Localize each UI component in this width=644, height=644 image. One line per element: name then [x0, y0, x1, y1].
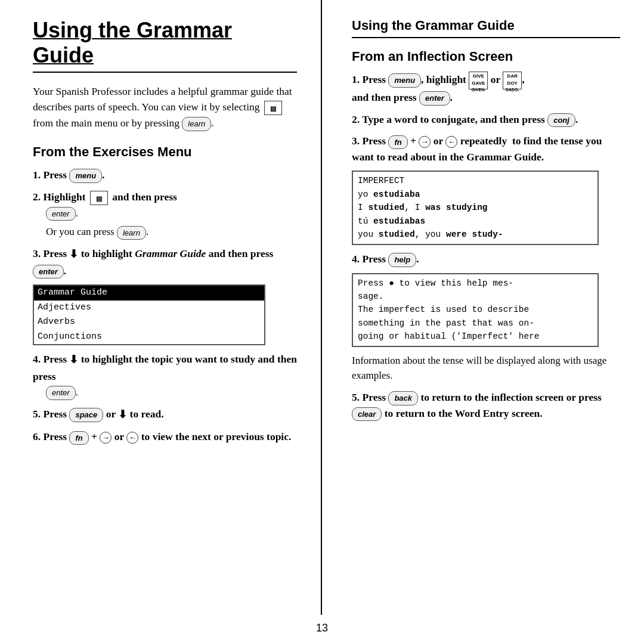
section2-title: From an Inflection Screen [352, 49, 620, 64]
step1: 1. Press menu. [33, 167, 297, 183]
enter-key-2: enter [46, 207, 76, 221]
help-line-2: sage. [358, 290, 593, 303]
step5: 5. Press space or ⬇ to read. [33, 406, 297, 423]
enter-key-r1: enter [419, 91, 450, 106]
step1-right: 1. Press menu, highlight GIVEGAVEGIVEN. … [352, 72, 620, 106]
menu-adverbs: Adverbs [34, 315, 264, 330]
enter-key-4: enter [46, 386, 76, 400]
main-title: Using the Grammar Guide [33, 18, 297, 68]
step3: 3. Press ⬇ to highlight Grammar Guide an… [33, 246, 297, 278]
step4: 4. Press ⬇ to highlight the topic you wa… [33, 351, 297, 400]
screen-line-2: yo estudiaba [358, 188, 593, 201]
right-arrow-icon-6: → [100, 432, 112, 444]
right-arrow-icon-r3: → [419, 136, 431, 148]
menu-grammar-guide: Grammar Guide [34, 286, 264, 301]
menu-adjectives: Adjectives [34, 301, 264, 315]
step5-right: 5. Press back to return to the inflectio… [352, 389, 620, 421]
menu-key-r1: menu [388, 73, 421, 88]
step6: 6. Press fn + → or ← to view the next or… [33, 429, 297, 445]
step3-menu: Grammar Guide Adjectives Adverbs Conjunc… [33, 284, 297, 345]
day-icon: DARDOYDADO. [503, 72, 522, 89]
help-screen: Press ● to view this help mes- sage. The… [352, 273, 599, 347]
learn-key-intro: learn [182, 117, 211, 131]
screen-line-4: tú estudiabas [358, 215, 593, 228]
menu-conjunctions: Conjunctions [34, 330, 264, 345]
intro-paragraph: Your Spanish Professor includes a helpfu… [33, 83, 297, 131]
clear-key: clear [352, 407, 382, 422]
down-arrow-icon-3: ⬇ [69, 249, 78, 261]
conj-key: conj [547, 113, 575, 128]
learn-key-2: learn [117, 226, 146, 240]
help-line-3: The imperfect is used to describe [358, 303, 593, 316]
info-text: Information about the tense will be disp… [352, 353, 620, 383]
screen1-box-item: IMPERFECT yo estudiaba I studied, I was … [352, 171, 620, 244]
left-column: Using the Grammar Guide Your Spanish Pro… [0, 0, 322, 615]
left-steps: 1. Press menu. 2. Highlight ▤ and then p… [33, 167, 297, 445]
fn-key-r3: fn [388, 135, 407, 150]
section1-title: From the Exercises Menu [33, 144, 297, 160]
help-key: help [388, 253, 416, 267]
grammar-menu-box: Grammar Guide Adjectives Adverbs Conjunc… [33, 284, 265, 345]
grammar-icon: ▤ [264, 101, 282, 115]
enter-key-3: enter [33, 265, 64, 279]
left-arrow-icon-6: ← [126, 432, 138, 444]
right-header-title: Using the Grammar Guide [352, 18, 620, 33]
page: Using the Grammar Guide Your Spanish Pro… [0, 0, 644, 644]
step4-right: 4. Press help. [352, 251, 620, 267]
back-key: back [388, 391, 418, 405]
help-line-4: something in the past that was on- [358, 317, 593, 330]
help-line-1: Press ● to view this help mes- [358, 277, 593, 290]
step2-sub: Or you can press learn. [46, 224, 297, 240]
help-line-5: going or habitual ('Imperfect' here [358, 330, 593, 343]
inflection-screen: IMPERFECT yo estudiaba I studied, I was … [352, 171, 599, 244]
screen-line-3: I studied, I was studying [358, 201, 593, 214]
right-column: Using the Grammar Guide From an Inflecti… [322, 0, 644, 615]
down-arrow-icon-5: ⬇ [118, 408, 127, 420]
space-key: space [69, 408, 103, 422]
page-number: 13 [0, 615, 644, 644]
step2-right: 2. Type a word to conjugate, and then pr… [352, 112, 620, 128]
step2: 2. Highlight ▤ and then press enter. [33, 189, 297, 221]
step3-right: 3. Press fn + → or ← repeatedly to find … [352, 133, 620, 165]
fn-key: fn [69, 431, 88, 445]
left-arrow-icon-r3: ← [445, 136, 457, 148]
screen-line-1: IMPERFECT [358, 174, 593, 187]
give-icon: GIVEGAVEGIVEN. [469, 72, 488, 89]
grammar-icon-2: ▤ [90, 191, 108, 205]
screen-line-5: you studied, you were study- [358, 228, 593, 241]
down-arrow-icon-4: ⬇ [69, 354, 78, 366]
right-steps: 1. Press menu, highlight GIVEGAVEGIVEN. … [352, 72, 620, 421]
menu-key-1: menu [69, 169, 102, 183]
screen2-box-item: Press ● to view this help mes- sage. The… [352, 273, 620, 347]
